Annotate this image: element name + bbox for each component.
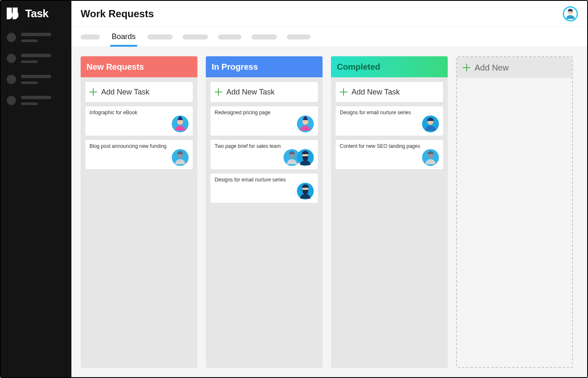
column-header[interactable]: New Requests [81,56,197,77]
assignee-avatar[interactable] [172,149,189,166]
assignee-avatar[interactable] [422,149,439,166]
svg-point-10 [304,116,307,120]
add-task-label: Add New Task [226,88,275,97]
nav-dot-icon [7,75,16,84]
main-panel: Work Requests Boards New Requests Add N [71,1,587,377]
board-column-new-requests: New Requests Add New Task Infographic fo… [81,56,197,368]
nav-item-placeholder [21,96,51,105]
task-title: Blog post announcing new funding [89,143,189,149]
tab-placeholder[interactable] [183,34,208,39]
add-task-label: Add New Task [101,88,150,97]
task-card[interactable]: Infographic for eBook [85,106,193,136]
tab-placeholder[interactable] [81,34,100,39]
svg-point-5 [178,116,182,120]
sidebar-item[interactable] [7,54,66,63]
nav-dot-icon [7,54,16,63]
task-card[interactable]: Two page brief for sales team [210,139,318,170]
plus-icon [89,88,97,96]
assignee-avatar[interactable] [422,116,439,132]
logo[interactable]: Task [1,1,71,26]
logo-text: Task [25,7,48,20]
sidebar-item[interactable] [7,96,66,105]
task-assignees [89,149,189,166]
tab-placeholder[interactable] [252,34,277,39]
task-card[interactable]: Redesigned pricing page [210,106,318,136]
app-shell: Task Work Requests [0,0,588,378]
assignee-avatar[interactable] [172,116,189,132]
task-assignees [340,149,439,166]
add-column-label: Add New [475,63,509,73]
task-card[interactable]: Content for new SEO landing pages [335,139,444,170]
task-card[interactable]: Designs for email nurture series [210,173,318,203]
add-column[interactable]: Add New [456,56,573,368]
assignee-avatar[interactable] [297,183,314,200]
tab-placeholder[interactable] [147,34,173,39]
task-title: Two page brief for sales team [215,143,314,149]
user-avatar[interactable] [563,6,578,21]
sidebar-item[interactable] [7,75,66,84]
task-title: Redesigned pricing page [215,110,314,116]
sidebar-item[interactable] [7,33,66,42]
assignee-avatar[interactable] [297,149,314,166]
board: New Requests Add New Task Infographic fo… [71,47,587,377]
board-column-completed: Completed Add New Task Designs for email… [331,56,448,368]
plus-icon [463,64,470,71]
column-header[interactable]: In Progress [206,56,323,77]
plus-icon [340,88,347,96]
task-assignees [340,116,439,132]
nav-item-placeholder [21,33,51,42]
nav-dot-icon [7,96,16,105]
task-assignees [215,183,314,200]
task-card[interactable]: Blog post announcing new funding [85,139,193,170]
add-task-button[interactable]: Add New Task [335,81,444,102]
tab-bar: Boards [71,27,587,47]
page-title: Work Requests [81,8,154,20]
task-card[interactable]: Designs for email nurture series [335,106,444,136]
column-body: Add New Task Designs for email nurture s… [331,77,448,174]
sidebar-nav [1,26,71,112]
task-title: Designs for email nurture series [215,177,314,183]
task-title: Content for new SEO landing pages [340,143,439,149]
sidebar: Task [1,1,71,377]
nav-item-placeholder [21,54,51,63]
logo-icon [7,8,21,19]
task-title: Infographic for eBook [89,110,189,116]
board-column-in-progress: In Progress Add New Task Redesigned pric… [206,56,323,368]
add-task-button[interactable]: Add New Task [85,81,193,102]
nav-item-placeholder [21,75,51,84]
column-body: Add New Task Infographic for eBook Blog … [81,77,197,174]
task-assignees [215,149,314,166]
tab-placeholder[interactable] [287,34,310,39]
topbar: Work Requests [71,1,587,27]
task-title: Designs for email nurture series [340,110,439,116]
column-header[interactable]: Completed [331,56,448,77]
add-task-button[interactable]: Add New Task [210,81,318,102]
column-body: Add New Task Redesigned pricing page Two… [206,77,323,207]
task-assignees [89,116,189,132]
plus-icon [215,88,222,96]
add-column-header: Add New [457,57,572,78]
tab-placeholder[interactable] [218,34,242,39]
task-assignees [215,116,314,132]
tab-boards[interactable]: Boards [110,27,137,46]
assignee-avatar[interactable] [297,116,314,132]
add-task-label: Add New Task [352,88,400,97]
nav-dot-icon [7,33,16,42]
